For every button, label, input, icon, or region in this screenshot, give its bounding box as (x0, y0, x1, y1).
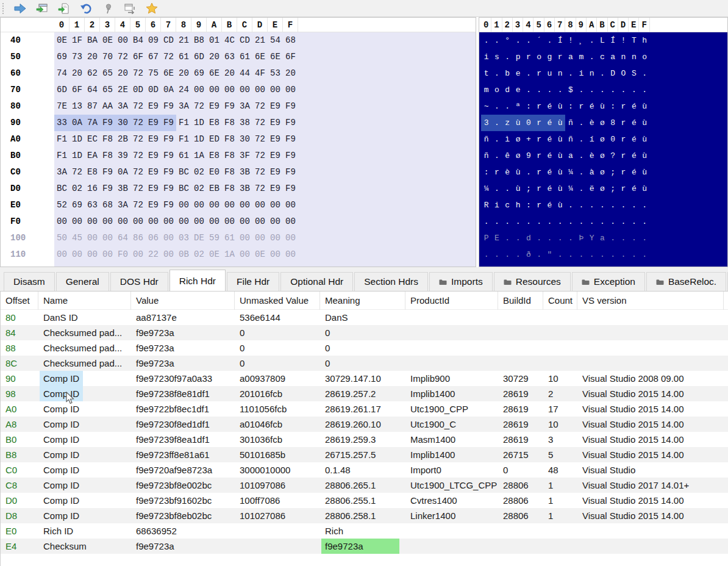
hex-byte[interactable]: 65 (100, 65, 115, 82)
ascii-char[interactable]: : (565, 98, 576, 115)
hex-byte[interactable]: 00 (70, 246, 85, 263)
ascii-char[interactable]: . (513, 246, 523, 263)
ascii-char[interactable]: c (502, 197, 513, 213)
ascii-char[interactable]: Þ (576, 230, 587, 246)
ascii-char[interactable]: ë (587, 181, 597, 197)
ascii-char[interactable]: ù (555, 148, 565, 164)
ascii-char[interactable]: . (491, 213, 502, 230)
table-row-B0[interactable]: B0Comp IDf9e97239f8ea1df1301036fcb28619.… (1, 432, 728, 447)
hex-byte[interactable]: BC (176, 181, 191, 197)
table-row-D0[interactable]: D0Comp IDf9e9723bf91602bc100ff708628806.… (1, 493, 728, 508)
ascii-char[interactable]: . (576, 213, 587, 230)
ascii-char[interactable]: . (534, 246, 544, 263)
hex-byte[interactable]: 62 (85, 65, 100, 82)
ascii-char[interactable]: í (587, 131, 597, 148)
column-header-name[interactable]: Name (38, 292, 131, 310)
hex-byte[interactable]: 3A (176, 98, 191, 115)
hex-byte[interactable]: 0E (100, 32, 115, 49)
ascii-char[interactable]: ~ (481, 98, 491, 115)
hex-byte[interactable]: 00 (70, 213, 85, 230)
ascii-char[interactable]: n (629, 49, 639, 65)
tab-exception[interactable]: Exception (572, 272, 645, 291)
hex-byte[interactable]: 00 (115, 32, 130, 49)
hex-byte[interactable]: 1D (70, 131, 85, 148)
table-row-98[interactable]: 98Comp IDf9e97238f8e81df1201016fcb28619.… (1, 386, 728, 401)
ascii-char[interactable]: ; (608, 181, 618, 197)
ascii-char[interactable]: ; (608, 164, 618, 181)
hex-byte[interactable]: 00 (237, 82, 252, 98)
ascii-char[interactable]: é (544, 197, 555, 213)
hex-byte[interactable]: 00 (54, 246, 70, 263)
ascii-char[interactable]: o (491, 82, 502, 98)
ascii-char[interactable]: r (534, 181, 544, 197)
column-header-value[interactable]: Value (131, 292, 235, 310)
ascii-char[interactable]: . (639, 230, 649, 246)
hex-byte[interactable]: 7E (54, 98, 70, 115)
ascii-char[interactable]: r (618, 164, 629, 181)
ascii-char[interactable]: ñ (481, 131, 491, 148)
ascii-char[interactable]: ñ (481, 148, 491, 164)
hex-byte[interactable]: 61 (222, 230, 237, 246)
hex-byte[interactable]: 0E (252, 246, 268, 263)
ascii-char[interactable]: . (618, 213, 629, 230)
hex-byte[interactable]: 20 (176, 65, 191, 82)
load-file-button[interactable] (53, 1, 75, 16)
column-header-product_id[interactable]: ProductId (405, 292, 498, 310)
hex-byte[interactable]: 67 (146, 49, 161, 65)
hex-byte[interactable]: 3A (115, 197, 130, 213)
hex-byte[interactable]: 02 (191, 181, 207, 197)
tab-file-hdr[interactable]: File Hdr (227, 272, 279, 291)
table-row-88[interactable]: 88Checksumed pad...f9e9723a00 (1, 340, 728, 356)
ascii-char[interactable]: : (481, 164, 491, 181)
ascii-char[interactable]: . (502, 49, 513, 65)
hex-byte[interactable]: 00 (283, 230, 298, 246)
hex-byte[interactable]: 02 (191, 164, 207, 181)
ascii-char[interactable]: m (481, 82, 491, 98)
hex-byte[interactable]: 72 (252, 164, 268, 181)
hex-byte[interactable]: 45 (70, 230, 85, 246)
hex-byte[interactable]: 6E (268, 49, 283, 65)
hex-byte[interactable]: 68 (283, 32, 298, 49)
ascii-char[interactable]: . (597, 213, 607, 230)
hex-byte[interactable]: F9 (283, 164, 298, 181)
hex-byte[interactable]: 61 (237, 49, 252, 65)
hex-byte[interactable]: 2E (115, 82, 130, 98)
hex-byte[interactable]: 00 (237, 197, 252, 213)
hex-byte[interactable]: 74 (54, 65, 70, 82)
ascii-char[interactable]: ñ (565, 131, 576, 148)
ascii-char[interactable]: . (629, 197, 639, 213)
ascii-char[interactable]: L (597, 32, 607, 49)
ascii-char[interactable]: . (491, 148, 502, 164)
ascii-char[interactable]: ù (555, 98, 565, 115)
hex-byte[interactable]: 00 (283, 246, 298, 263)
ascii-char[interactable]: ù (513, 115, 523, 131)
ascii-char[interactable]: m (576, 49, 587, 65)
ascii-char[interactable]: . (502, 213, 513, 230)
ascii-char[interactable]: r (618, 148, 629, 164)
hex-byte[interactable]: F8 (222, 148, 237, 164)
hex-byte[interactable]: 3A (237, 98, 252, 115)
hex-byte[interactable]: 72 (130, 197, 146, 213)
hex-byte[interactable]: 00 (176, 213, 191, 230)
table-row-80[interactable]: 80DanS IDaa87137e536e6144DanS (1, 310, 728, 325)
undo-button[interactable] (75, 1, 97, 16)
hex-byte[interactable]: CD (237, 32, 252, 49)
hex-byte[interactable]: E9 (268, 148, 283, 164)
ascii-char[interactable]: r (534, 65, 544, 82)
ascii-char[interactable]: . (587, 197, 597, 213)
hex-byte[interactable]: 1D (191, 131, 207, 148)
ascii-char[interactable]: r (534, 115, 544, 131)
hex-byte[interactable]: F1 (54, 131, 70, 148)
hex-byte[interactable]: 0D (146, 82, 161, 98)
ascii-rows[interactable]: ..°..´.Í!¸.LÍ!This.program.cannot.be.run… (479, 32, 727, 267)
hex-byte[interactable]: 20 (115, 65, 130, 82)
hex-byte[interactable]: 65 (100, 82, 115, 98)
hex-byte[interactable]: F9 (100, 115, 115, 131)
column-header-unmasked[interactable]: Unmasked Value (235, 292, 320, 310)
hex-byte[interactable]: F8 (222, 131, 237, 148)
hex-byte[interactable]: 0E (54, 32, 70, 49)
table-row-D8[interactable]: D8Comp IDf9e9723bf8eb02bc10102708628806.… (1, 508, 728, 523)
hex-byte[interactable]: 6F (130, 49, 146, 65)
table-row-C0[interactable]: C0Comp IDf9e9720af9e8723a30000100000.1.4… (1, 462, 728, 478)
hex-byte[interactable]: B8 (191, 32, 207, 49)
